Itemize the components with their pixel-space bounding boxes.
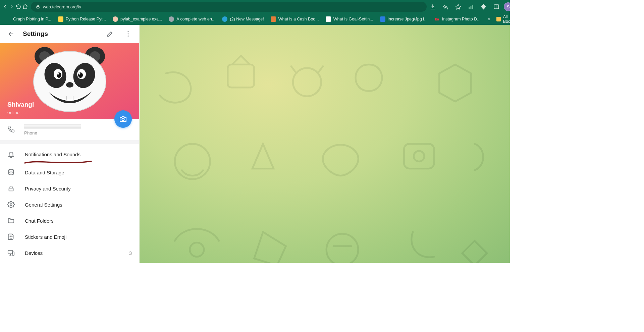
gear-icon xyxy=(7,201,15,208)
settings-item-privacy[interactable]: Privacy and Security xyxy=(0,180,139,197)
bookmark-item[interactable]: Graph Plotting in P... xyxy=(3,15,54,23)
profile-name: Shivangi xyxy=(7,101,34,108)
settings-title: Settings xyxy=(23,30,98,38)
share-icon[interactable] xyxy=(440,1,451,12)
svg-point-9 xyxy=(127,33,128,34)
database-icon xyxy=(7,169,15,176)
bookmark-favicon xyxy=(5,16,11,22)
background-pattern xyxy=(140,25,510,263)
bookmark-label: What Is Goal-Settin... xyxy=(333,17,373,21)
settings-item-label: Privacy and Security xyxy=(25,186,132,191)
address-bar[interactable]: web.telegram.org/k/ xyxy=(31,2,427,12)
all-bookmarks-label: All Bookmarks xyxy=(503,14,510,24)
settings-item-label: Data and Storage xyxy=(25,170,132,175)
profile-card[interactable]: Shivangi online xyxy=(0,43,139,119)
chat-background xyxy=(140,25,510,263)
bookmark-label: What is a Cash Boo... xyxy=(278,17,319,21)
settings-item-general[interactable]: General Settings xyxy=(0,197,139,213)
svg-rect-4 xyxy=(494,5,499,9)
bookmark-label: Graph Plotting in P... xyxy=(13,17,51,21)
bookmark-label: Increase Jpeg/Jpg I... xyxy=(388,17,428,21)
settings-list: Notifications and Sounds Data and Storag… xyxy=(0,144,139,263)
svg-point-24 xyxy=(66,82,73,88)
phone-number-redacted xyxy=(24,124,81,129)
svg-point-31 xyxy=(12,236,12,236)
bookmarks-overflow-icon[interactable]: » xyxy=(486,17,492,21)
url-text: web.telegram.org/k/ xyxy=(43,4,81,9)
lock-icon xyxy=(7,185,15,192)
settings-item-label: Stickers and Emoji xyxy=(25,234,132,240)
svg-point-10 xyxy=(127,36,128,37)
folder-icon xyxy=(7,217,15,224)
settings-item-folders[interactable]: Chat Folders xyxy=(0,213,139,229)
bookmarks-bar: Graph Plotting in P... Python Release Py… xyxy=(0,13,510,25)
profile-status: online xyxy=(7,110,19,115)
browser-actions: S xyxy=(427,1,510,12)
bookmark-favicon xyxy=(271,16,276,22)
svg-rect-33 xyxy=(12,252,14,255)
bookmark-label: (2) New Message! xyxy=(230,17,264,21)
bookmark-favicon xyxy=(380,16,385,22)
settings-item-badge: 3 xyxy=(129,250,132,256)
svg-point-8 xyxy=(127,31,128,32)
bookmark-label: Instagram Photo D... xyxy=(442,17,481,21)
extensions-icon[interactable] xyxy=(478,1,489,12)
svg-point-22 xyxy=(57,73,59,74)
svg-rect-0 xyxy=(37,6,39,8)
phone-icon xyxy=(7,125,15,134)
bookmark-item[interactable]: What is a Cash Boo... xyxy=(268,15,322,23)
forward-icon[interactable] xyxy=(9,1,15,12)
svg-rect-28 xyxy=(9,188,13,191)
sidepanel-icon[interactable] xyxy=(491,1,502,12)
extension-bars-icon[interactable] xyxy=(466,1,476,12)
edit-button[interactable] xyxy=(104,27,116,40)
camera-icon xyxy=(119,115,127,123)
download-icon[interactable] xyxy=(427,1,438,12)
svg-point-29 xyxy=(10,204,12,206)
settings-item-devices[interactable]: Devices 3 xyxy=(0,245,139,261)
bookmark-item[interactable]: pylab_examples exa... xyxy=(110,15,165,23)
annotation-mark xyxy=(24,160,95,164)
all-bookmarks-button[interactable]: All Bookmarks xyxy=(494,13,510,25)
bookmark-favicon: ba xyxy=(434,16,440,22)
bookmark-favicon xyxy=(326,16,331,22)
profile-avatar[interactable]: S xyxy=(504,2,510,11)
bookmark-item[interactable]: (2) New Message! xyxy=(219,15,266,23)
bookmark-item[interactable]: Python Release Pyt... xyxy=(55,15,109,23)
svg-point-30 xyxy=(10,236,10,236)
settings-item-notifications[interactable]: Notifications and Sounds xyxy=(0,146,139,162)
star-icon[interactable] xyxy=(453,1,464,12)
bookmark-favicon xyxy=(222,16,227,22)
browser-chrome: web.telegram.org/k/ S Graph Plotting in … xyxy=(0,0,510,25)
svg-point-25 xyxy=(122,118,124,121)
back-icon[interactable] xyxy=(2,1,8,12)
phone-info: Phone xyxy=(24,124,81,135)
home-icon[interactable] xyxy=(22,1,28,12)
reload-icon[interactable] xyxy=(15,1,21,12)
svg-rect-47 xyxy=(140,25,510,263)
bookmark-label: pylab_examples exa... xyxy=(120,17,162,21)
phone-label: Phone xyxy=(24,130,81,135)
devices-icon xyxy=(7,249,15,257)
bookmark-item[interactable]: Increase Jpeg/Jpg I... xyxy=(377,15,431,23)
folder-icon xyxy=(496,17,501,21)
settings-item-data-storage[interactable]: Data and Storage xyxy=(0,164,139,180)
bookmark-item[interactable]: baInstagram Photo D... xyxy=(432,15,483,23)
settings-item-stickers[interactable]: Stickers and Emoji xyxy=(0,229,139,245)
bookmark-favicon xyxy=(113,16,118,22)
svg-rect-1 xyxy=(469,7,470,9)
browser-toolbar: web.telegram.org/k/ S xyxy=(0,0,510,13)
settings-item-label: General Settings xyxy=(25,202,132,208)
svg-point-27 xyxy=(9,169,14,171)
svg-rect-2 xyxy=(471,6,472,9)
back-button[interactable] xyxy=(5,27,17,40)
bookmark-item[interactable]: A complete web en... xyxy=(166,15,218,23)
bookmark-item[interactable]: What Is Goal-Settin... xyxy=(323,15,376,23)
svg-rect-32 xyxy=(8,251,13,254)
bookmark-label: A complete web en... xyxy=(176,17,215,21)
bookmark-label: Python Release Pyt... xyxy=(66,17,106,21)
settings-item-label: Chat Folders xyxy=(25,218,132,224)
more-button[interactable] xyxy=(122,27,135,40)
svg-point-23 xyxy=(78,73,80,74)
settings-header: Settings xyxy=(0,25,139,43)
